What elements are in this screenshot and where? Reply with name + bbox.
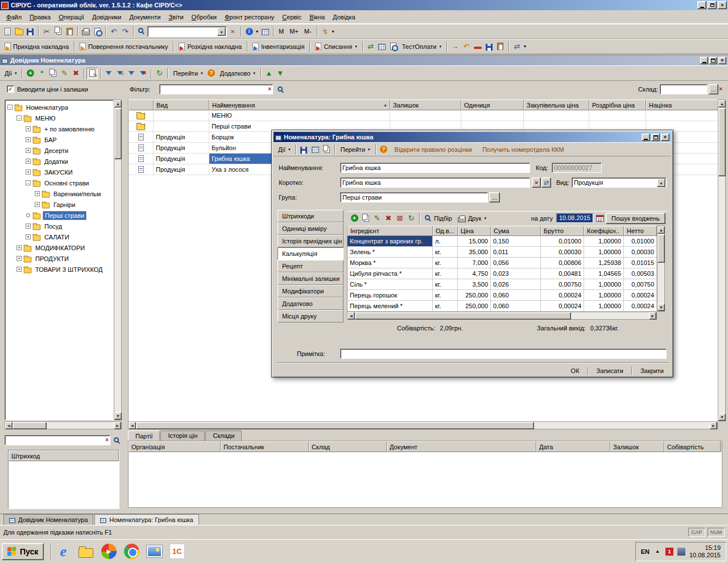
- tree-item[interactable]: -МЕНЮ: [5, 113, 113, 123]
- warehouse-clear-icon[interactable]: ×: [719, 85, 722, 92]
- scroll-up-icon[interactable]: ▲: [718, 100, 726, 107]
- print-icon[interactable]: [80, 26, 92, 37]
- table-vertical-scrollbar[interactable]: ▲ ▼: [718, 100, 726, 421]
- menu-item-5[interactable]: Звіти: [164, 12, 187, 22]
- pick-button[interactable]: Підбір: [422, 214, 455, 223]
- tree-expand-icon[interactable]: -: [7, 105, 13, 110]
- refresh-icon[interactable]: ↻: [154, 68, 165, 79]
- chrome-icon[interactable]: [122, 542, 141, 561]
- tree-expand-icon[interactable]: -: [16, 115, 22, 121]
- chevron-down-icon[interactable]: ▾: [332, 29, 334, 34]
- dialog-goto-button[interactable]: Перейти▾: [337, 145, 373, 154]
- mdi-tab-0[interactable]: Довідник Номенклатура: [3, 514, 93, 525]
- tree-expand-icon[interactable]: +: [16, 267, 22, 272]
- network-exchange-icon[interactable]: ⇄: [511, 41, 523, 52]
- tree-item[interactable]: +МОДИФІКАТОРИ: [5, 242, 113, 253]
- copy-item-icon[interactable]: [47, 68, 59, 79]
- column-header[interactable]: Найменування▲: [209, 100, 390, 110]
- calc-row[interactable]: Перець мелений *кг.250,0000,0600,000241,…: [348, 301, 657, 312]
- menu-item-6[interactable]: Обробки: [188, 12, 221, 22]
- save-all-icon[interactable]: [483, 41, 495, 52]
- tree-expand-icon[interactable]: -: [26, 180, 31, 185]
- warehouse-select-button[interactable]: ...: [709, 84, 718, 94]
- tree-item[interactable]: +САЛАТИ: [5, 231, 113, 242]
- table-horizontal-scrollbar[interactable]: ◄ ►: [128, 421, 718, 429]
- column-header[interactable]: Коефіцієн..: [584, 226, 624, 236]
- tree-item[interactable]: ++ по замовленню: [5, 123, 113, 134]
- tree-item[interactable]: -Номенклатура: [5, 102, 113, 113]
- redo-icon[interactable]: ↷: [119, 26, 131, 37]
- test-payments-button[interactable]: ТестОплати▾: [399, 42, 444, 51]
- add-group-icon[interactable]: [36, 68, 47, 79]
- restore-button[interactable]: [708, 1, 717, 9]
- menu-item-1[interactable]: Правка: [26, 12, 55, 22]
- close-button[interactable]: ×: [718, 1, 727, 9]
- tree-expand-icon[interactable]: +: [16, 245, 22, 250]
- calc-refresh-icon[interactable]: ↻: [406, 213, 417, 224]
- undo-icon[interactable]: ↶: [108, 26, 119, 37]
- image-viewer-icon[interactable]: [144, 542, 164, 561]
- dialog-tab-1[interactable]: Одиниці виміру: [278, 222, 344, 235]
- bottom-tab-2[interactable]: Склади: [205, 430, 242, 441]
- calc-vertical-scrollbar[interactable]: ▲ ▼: [657, 226, 665, 312]
- barcode-column-header[interactable]: Штрихкод: [9, 450, 119, 461]
- dialog-close-button[interactable]: ×: [661, 134, 669, 141]
- writeoff-button[interactable]: Списання▾: [312, 42, 359, 51]
- incoming-invoice-button[interactable]: Прихідна накладна: [2, 42, 72, 51]
- table-settings-icon[interactable]: [259, 26, 271, 37]
- update-tray-icon[interactable]: [677, 548, 685, 556]
- note-input[interactable]: [340, 349, 667, 359]
- onec-icon[interactable]: [167, 542, 187, 561]
- chevron-down-icon[interactable]: ▾: [217, 27, 226, 36]
- dialog-tab-0[interactable]: Штрихкоди: [278, 210, 344, 222]
- column-header[interactable]: Вид: [154, 100, 209, 110]
- menu-item-3[interactable]: Довідники: [88, 12, 126, 22]
- column-header[interactable]: Собівартість: [664, 441, 721, 452]
- exchange-icon[interactable]: ⇄: [365, 41, 377, 52]
- memory-plus-button[interactable]: М+: [287, 27, 301, 36]
- menu-item-9[interactable]: Вікна: [305, 12, 329, 22]
- catalog-maximize-button[interactable]: [709, 57, 717, 64]
- catalog-close-button[interactable]: ×: [718, 57, 726, 64]
- tree-expand-icon[interactable]: +: [26, 126, 31, 131]
- barcode-search-input[interactable]: ×: [5, 435, 110, 445]
- chevron-down-icon[interactable]: ▾: [256, 29, 258, 34]
- tree-item[interactable]: +Десерти: [5, 145, 113, 156]
- scroll-down-icon[interactable]: ▼: [114, 412, 122, 420]
- cut-icon[interactable]: ✂: [41, 26, 52, 37]
- scroll-thumb[interactable]: [355, 312, 571, 320]
- calc-edit-row-icon[interactable]: ✎: [371, 213, 383, 224]
- dialog-minimize-button[interactable]: [642, 134, 650, 141]
- actions-button[interactable]: Дії▾: [2, 69, 19, 78]
- name-input[interactable]: Грибна юшка: [340, 163, 530, 173]
- column-header[interactable]: Од.в...: [433, 226, 458, 236]
- minimize-button[interactable]: [697, 1, 706, 9]
- column-header[interactable]: Дата: [536, 441, 610, 452]
- calc-row[interactable]: Перець горошоккг.250,0000,0600,000241,00…: [348, 290, 657, 301]
- scroll-thumb[interactable]: [718, 108, 726, 176]
- calc-copy-row-icon[interactable]: [360, 213, 371, 224]
- goto-button[interactable]: Перейти▾: [170, 69, 205, 78]
- file-explorer-icon[interactable]: [76, 542, 96, 561]
- dialog-maximize-button[interactable]: [651, 134, 660, 141]
- media-player-icon[interactable]: [99, 542, 118, 561]
- navigate-down-icon[interactable]: ▼: [275, 68, 286, 79]
- calc-row[interactable]: Морква *кг.7,0000,0560,008061,259380,010…: [348, 258, 657, 268]
- copy-icon[interactable]: [52, 26, 64, 37]
- short-name-input[interactable]: Грибна юшка: [340, 177, 530, 188]
- barcode-search-icon[interactable]: [111, 435, 123, 446]
- group-select-button[interactable]: ...: [489, 192, 500, 202]
- calc-date-field[interactable]: 10.08.2015: [556, 213, 593, 223]
- tree-expand-icon[interactable]: +: [26, 148, 31, 153]
- kind-select[interactable]: Продукція ▾: [572, 177, 667, 188]
- get-kkm-number-link[interactable]: Получить номеротдела ККМ: [477, 146, 569, 153]
- save-icon[interactable]: [24, 26, 36, 37]
- scroll-right-icon[interactable]: ►: [710, 422, 717, 429]
- clear-filter-icon[interactable]: [137, 68, 148, 79]
- scroll-right-icon[interactable]: ►: [649, 312, 656, 320]
- column-header[interactable]: Сума: [491, 226, 541, 236]
- column-header[interactable]: [129, 100, 154, 110]
- onec-tray-icon[interactable]: 1: [665, 548, 673, 556]
- show-hidden-icons-chevron[interactable]: ▲: [653, 548, 661, 556]
- open-pricing-rule-link[interactable]: Відкрити правило розцінки: [390, 146, 477, 153]
